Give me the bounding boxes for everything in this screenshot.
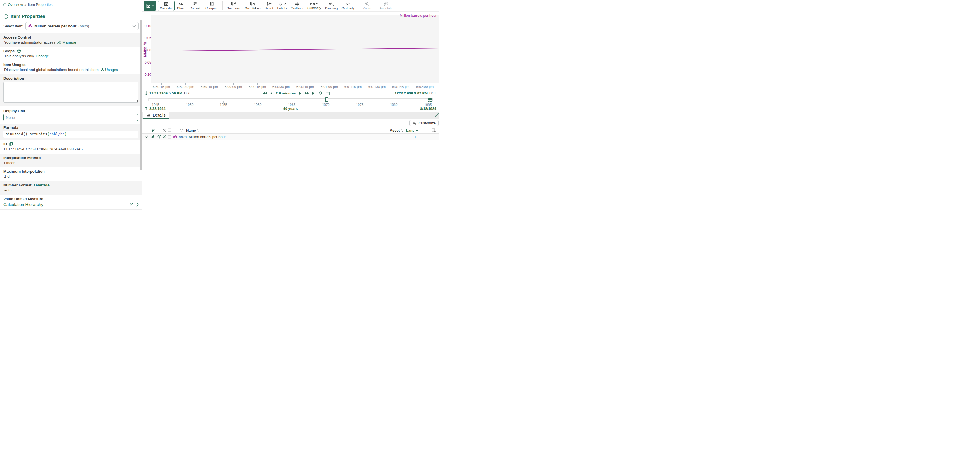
one-lane-icon <box>231 2 237 6</box>
maximum-interpolation-label: Maximum Interpolation <box>3 170 139 174</box>
x-tick-mark <box>401 83 401 85</box>
left-panel-scrollbar[interactable] <box>140 19 142 171</box>
toolbar-button-zoom[interactable]: Zoom <box>361 0 373 11</box>
x-tick-mark <box>377 83 377 85</box>
customize-button[interactable]: Customize <box>409 120 439 126</box>
tab-details[interactable]: Details <box>143 112 169 119</box>
details-tabstrip: Details <box>142 112 439 119</box>
toolbar-label-dimming: Dimming <box>325 6 337 10</box>
add-column-icon[interactable] <box>432 128 436 132</box>
id-section: ID 0EF55B25-EC4C-EC30-8C3C-FA69F83850A5 <box>0 140 142 154</box>
sort-icon[interactable] <box>180 128 183 132</box>
step-back-much-icon[interactable] <box>262 91 267 95</box>
external-link-icon[interactable] <box>129 202 134 206</box>
toolbar-separator <box>375 1 376 10</box>
x-tick-mark <box>185 83 186 85</box>
column-header-name[interactable]: Name <box>186 128 200 132</box>
signal-end-icon[interactable] <box>428 98 432 102</box>
signal-icon <box>28 24 32 28</box>
compare-icon <box>210 2 214 6</box>
timeline-duration[interactable]: 40 years <box>283 106 298 111</box>
formula-close-paren: ) <box>65 132 67 136</box>
chevron-down-icon <box>316 3 318 5</box>
remove-item-icon[interactable] <box>163 135 166 138</box>
column-header-lane[interactable]: Lane <box>406 128 418 132</box>
capsule-icon <box>193 2 198 6</box>
item-name[interactable]: Million barrels per hour <box>189 135 226 139</box>
toolbar-button-compare[interactable]: Compare <box>204 0 220 11</box>
item-usages-label: Item Usages <box>3 63 139 67</box>
calculation-hierarchy-row[interactable]: Calculation Hierarchy <box>0 200 142 209</box>
toolbar-button-labels[interactable]: Labels <box>276 0 289 11</box>
copy-icon[interactable] <box>9 142 13 146</box>
view-mode-button[interactable] <box>144 0 156 11</box>
change-scope-link[interactable]: Change <box>36 54 49 58</box>
trend-chart[interactable]: MMbbl/h Million barrels per hour 0.10 0.… <box>142 12 439 89</box>
toolbar-button-calendar[interactable]: Calendar <box>158 0 175 11</box>
details-panel: Details Customize <box>142 112 439 210</box>
details-empty-area <box>142 140 439 210</box>
toolbar-button-gridlines[interactable]: Gridlines <box>289 0 305 11</box>
left-panel-bottom-strip <box>0 209 142 210</box>
details-toolbar: Customize <box>142 119 439 127</box>
item-properties-panel: Overview » Item Properties Item Properti… <box>0 0 142 210</box>
sort-icon <box>197 128 200 132</box>
toolbar-button-capsule[interactable]: Capsule <box>188 0 203 11</box>
step-to-end-icon[interactable] <box>312 91 315 95</box>
breadcrumb-overview-label: Overview <box>8 3 23 7</box>
access-control-section: Access Control You have administrator ac… <box>0 33 142 47</box>
auto-update-icon[interactable] <box>326 91 330 95</box>
toolbar-button-annotate[interactable]: Annotate <box>378 0 395 11</box>
toolbar-label-labels: Labels <box>277 6 287 10</box>
manage-access-link[interactable]: Manage <box>57 40 76 44</box>
description-textarea[interactable] <box>3 82 138 103</box>
item-info-icon[interactable] <box>158 135 161 139</box>
toolbar-button-one-y-axis[interactable]: One Y-Axis <box>243 0 262 11</box>
tab-details-label: Details <box>153 112 165 117</box>
trend-chart-icon <box>146 3 151 9</box>
timeline-end-date[interactable]: 8/18/1984 <box>420 106 436 111</box>
refresh-icon[interactable] <box>318 91 323 95</box>
item-checkbox[interactable] <box>167 135 171 139</box>
edit-item-icon[interactable] <box>145 135 148 139</box>
range-end-date[interactable]: 12/31/1969 6:02 PM <box>395 91 428 95</box>
timeline-start-date[interactable]: 8/28/1944 <box>150 106 165 111</box>
usages-link[interactable]: Usages <box>100 68 118 72</box>
toolbar-button-summary[interactable]: Summary <box>306 0 323 11</box>
step-back-icon[interactable] <box>270 91 273 95</box>
toolbar-button-certainty[interactable]: Certainty <box>340 0 356 11</box>
step-forward-icon[interactable] <box>299 91 302 95</box>
reset-icon <box>266 2 272 6</box>
timeline-start-arrow-icon <box>145 106 148 111</box>
details-row-million-barrels[interactable]: bbl/h Million barrels per hour 1 <box>142 134 439 140</box>
toolbar-button-chain[interactable]: Chain <box>175 0 188 11</box>
trend-panel: Calendar Chain Capsule Compare One Lane <box>142 0 439 210</box>
chevron-right-icon[interactable] <box>136 203 139 206</box>
number-format-override-link[interactable]: Override <box>34 183 49 187</box>
item-lane-value: 1 <box>414 135 416 139</box>
column-header-asset[interactable]: Asset <box>390 128 404 132</box>
rocket-item-icon[interactable] <box>151 135 155 139</box>
timeline-selected-range[interactable] <box>149 98 432 101</box>
toolbar-separator <box>358 1 359 10</box>
home-icon <box>3 3 7 6</box>
display-unit-input[interactable] <box>3 114 138 121</box>
remove-column-icon[interactable] <box>163 128 166 132</box>
toolbar-button-dimming[interactable]: Dimming <box>323 0 339 11</box>
select-item-dropdown[interactable]: Million barrels per hour (bbl/h) <box>25 22 139 30</box>
select-all-checkbox[interactable] <box>167 128 171 132</box>
select-item-row: Select Item: Million barrels per hour (b… <box>3 22 139 30</box>
step-forward-much-icon[interactable] <box>305 91 309 95</box>
selected-item-unit: (bbl/h) <box>78 24 89 28</box>
range-start-date[interactable]: 12/31/1969 5:59 PM <box>150 91 182 95</box>
breadcrumb-overview-link[interactable]: Overview <box>3 3 23 7</box>
rocket-column-icon[interactable] <box>151 128 155 132</box>
help-icon[interactable] <box>17 49 21 53</box>
expand-panel-icon[interactable] <box>434 112 439 118</box>
toolbar-label-chain: Chain <box>177 6 185 10</box>
timeline-track[interactable] <box>148 98 433 101</box>
maximum-interpolation-value: 1 d <box>4 174 10 179</box>
range-duration[interactable]: 2.9 minutes <box>276 91 296 95</box>
toolbar-button-one-lane[interactable]: One Lane <box>225 0 242 11</box>
toolbar-button-reset[interactable]: Reset <box>263 0 275 11</box>
